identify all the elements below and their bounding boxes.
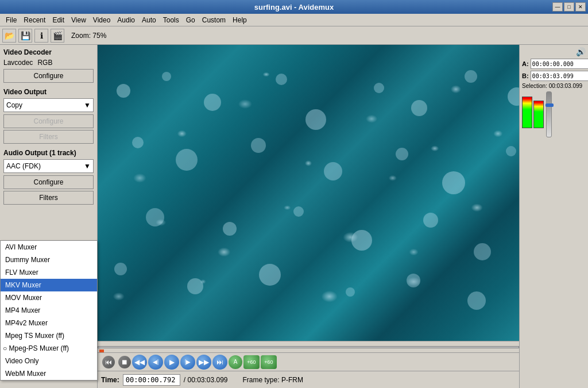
menu-recent[interactable]: Recent [20,15,49,25]
mark-a-button[interactable]: A [229,355,242,369]
muxer-mpeg-ps[interactable]: Mpeg-PS Muxer (ff) [1,342,97,355]
selection-label: Selection: 00:03:03.099 [522,83,582,89]
svg-point-12 [251,138,266,153]
skip-forward-60-button[interactable]: +60 [243,355,260,369]
codec-name: Lavcodec [3,59,33,67]
status-bar: Time: / 00:03:03.099 Frame type: P-FRM [98,371,519,388]
svg-point-0 [117,84,130,98]
right-bottom [522,91,586,137]
muxer-mp4v2[interactable]: MP4v2 Muxer [1,317,97,329]
volume-slider[interactable] [546,91,552,137]
volume-thumb [546,103,554,107]
toolbar: 📂 💾 ℹ 🎬 Zoom: 75% [0,26,588,45]
timeline-track [98,346,519,348]
muxer-flv[interactable]: FLV Muxer [1,266,97,279]
go-end-button[interactable]: ⏭ [212,355,227,370]
rewind-button[interactable]: ◀◀ [132,355,147,370]
muxer-mp4[interactable]: MP4 Muxer [1,304,97,317]
go-start-button[interactable]: ⏮ [102,356,115,368]
menu-view[interactable]: View [68,15,90,25]
right-panel: 🔊 A: B: Selection: 00:03:03.099 [519,45,588,388]
svg-point-30 [407,274,420,287]
timecode-b-row: B: [522,71,586,81]
time-label: Time: [101,376,119,384]
menu-audio[interactable]: Audio [114,15,138,25]
menu-video[interactable]: Video [90,15,114,25]
menu-edit[interactable]: Edit [49,15,68,25]
video-output-dropdown[interactable]: Copy ▼ [3,98,94,112]
svg-point-1 [162,72,171,81]
timeline-area[interactable] [98,341,519,352]
svg-point-20 [293,206,304,217]
timeline-thumb[interactable] [99,349,104,352]
controls-row: ⏮ ⏹ ◀◀ ◀| ▶ |▶ ▶▶ ⏭ A +60 +60 [98,352,519,371]
skip-forward-60b-button[interactable]: +60 [261,355,277,369]
muxer-video-only[interactable]: Video Only [1,355,97,367]
muxer-mkv[interactable]: MKV Muxer [1,279,97,291]
audio-output-filters-button[interactable]: Filters [3,191,94,205]
audio-output-configure-button[interactable]: Configure [3,175,94,189]
audio-output-dropdown[interactable]: AAC (FDK) ▼ [3,159,94,173]
svg-point-16 [506,146,516,156]
left-panel: Video Decoder Lavcodec RGB Configure Vid… [0,45,98,388]
muxer-webm[interactable]: WebM Muxer [1,367,97,380]
video-decoder-configure-button[interactable]: Configure [3,69,94,83]
info-button[interactable]: ℹ [34,29,48,43]
video-frame [98,45,519,341]
menu-auto[interactable]: Auto [138,15,160,25]
svg-point-4 [305,109,326,130]
muxer-dropdown-menu: AVI Muxer Dummy Muxer FLV Muxer MKV Muxe… [0,240,98,381]
muxer-avi[interactable]: AVI Muxer [1,241,97,253]
audio-output-value: AAC (FDK) [6,162,41,170]
close-button[interactable]: ✕ [575,2,586,11]
menu-tools[interactable]: Tools [160,15,183,25]
meter-bar-right [533,101,544,128]
video-output-configure-button[interactable]: Configure [3,114,94,128]
frame-type-label: Frame type: P-FRM [243,376,303,384]
svg-point-26 [114,263,127,275]
video-output-arrow: ▼ [84,101,91,109]
svg-point-28 [259,264,281,286]
title-bar: surfing.avi - Avidemux — □ ✕ [0,0,588,14]
time-input[interactable] [123,374,180,386]
video-button[interactable]: 🎬 [51,29,64,43]
muxer-mov[interactable]: MOV Muxer [1,291,97,304]
svg-point-7 [465,70,477,83]
meter-bar-left [522,97,532,128]
menu-custom[interactable]: Custom [199,15,229,25]
app-title: surfing.avi - Avidemux [254,3,334,11]
muxer-dummy[interactable]: Dummy Muxer [1,253,97,266]
timecode-a-row: A: [522,59,586,69]
zoom-label: Zoom: 75% [71,32,106,40]
menu-bar: File Recent Edit View Video Audio Auto T… [0,14,588,26]
timecode-b-label: B: [522,72,529,79]
menu-go[interactable]: Go [183,15,199,25]
codec-row: Lavcodec RGB [3,59,94,67]
video-output-filters-button[interactable]: Filters [3,130,94,144]
video-area: ⏮ ⏹ ◀◀ ◀| ▶ |▶ ▶▶ ⏭ A +60 +60 Time: / 00… [98,45,519,388]
timecode-a-input[interactable] [531,59,588,69]
minimize-button[interactable]: — [552,2,563,11]
timecode-b-input[interactable] [531,71,588,81]
fast-forward-button[interactable]: ▶▶ [196,355,211,370]
play-button[interactable]: ▶ [164,355,179,370]
window-controls: — □ ✕ [552,2,586,11]
svg-point-21 [351,230,372,251]
prev-frame-button[interactable]: ◀| [148,355,163,370]
open-file-button[interactable]: 📂 [2,29,16,43]
menu-help[interactable]: Help [229,15,250,25]
duration-label: / 00:03:03.099 [184,376,228,384]
muxer-mpeg-ts[interactable]: Mpeg TS Muxer (ff) [1,329,97,342]
svg-point-6 [411,100,427,116]
video-decoder-title: Video Decoder [3,48,94,56]
maximize-button[interactable]: □ [564,2,574,11]
svg-point-8 [508,87,519,106]
selection-row: Selection: 00:03:03.099 [522,83,586,89]
svg-point-14 [396,148,408,160]
svg-point-31 [467,291,486,310]
svg-point-3 [276,74,287,85]
stop-button[interactable]: ⏹ [118,356,131,368]
menu-file[interactable]: File [2,15,20,25]
save-button[interactable]: 💾 [18,29,32,43]
next-frame-button[interactable]: |▶ [180,355,195,370]
